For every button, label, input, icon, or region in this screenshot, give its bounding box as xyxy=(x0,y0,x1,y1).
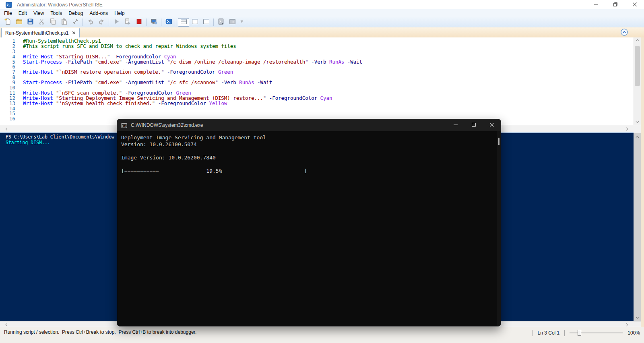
editor-line: 14 xyxy=(0,106,634,112)
menu-bar: FileEditViewToolsDebugAdd-onsHelp xyxy=(0,9,644,17)
cmd-close-button[interactable] xyxy=(483,119,501,131)
script-pane-maximized-button[interactable] xyxy=(200,18,212,27)
ise-titlebar[interactable]: Administrator: Windows PowerShell ISE xyxy=(0,0,644,9)
stop-operation-button[interactable] xyxy=(133,18,144,27)
cmd-maximize-button[interactable] xyxy=(464,119,483,131)
zoom-slider-thumb[interactable] xyxy=(578,330,581,336)
code-text xyxy=(15,116,23,122)
start-powershell-icon xyxy=(165,18,172,27)
script-pane-maximized-icon xyxy=(203,18,210,27)
clear-console-button[interactable] xyxy=(70,18,81,27)
scroll-left-icon[interactable] xyxy=(3,126,10,132)
toolbar-separator xyxy=(146,19,147,26)
scroll-down-icon[interactable] xyxy=(634,315,641,320)
open-script-button[interactable] xyxy=(13,18,25,27)
minimize-icon xyxy=(594,1,599,8)
tab-run-systemhealthcheck[interactable]: Run-SystemHealthCheck.ps1 xyxy=(1,28,80,37)
undo-icon xyxy=(87,18,94,27)
redo-button[interactable] xyxy=(96,18,107,27)
cmd-output[interactable]: Deployment Image Servicing and Managemen… xyxy=(117,131,501,174)
run-script-button[interactable] xyxy=(111,18,122,27)
cut-button[interactable] xyxy=(36,18,47,27)
run-selection-button[interactable] xyxy=(122,18,133,27)
menu-help[interactable]: Help xyxy=(111,10,128,17)
powershell-ise-icon xyxy=(6,2,12,8)
scroll-right-icon[interactable] xyxy=(624,126,630,132)
undo-button[interactable] xyxy=(85,18,96,27)
editor-line: 5Start-Process -FilePath "cmd.exe" -Argu… xyxy=(0,60,634,65)
copy-icon xyxy=(50,18,56,27)
window-edge-strip xyxy=(641,37,644,327)
menu-view[interactable]: View xyxy=(30,10,47,17)
toolbar-separator xyxy=(83,19,83,26)
script-pane-top-icon xyxy=(180,18,187,27)
script-pane-top-button[interactable] xyxy=(178,18,189,27)
restore-icon xyxy=(613,1,618,8)
zoom-slider[interactable] xyxy=(570,330,623,336)
toolbar-separator xyxy=(109,19,109,26)
scroll-up-icon[interactable] xyxy=(634,134,641,140)
scroll-right-icon[interactable] xyxy=(624,322,630,327)
cmd-output-line: Version: 10.0.26100.5074 xyxy=(121,141,495,148)
status-bar: Running script / selection. Press Ctrl+B… xyxy=(0,327,644,343)
cmd-output-line xyxy=(121,148,495,155)
menu-edit[interactable]: Edit xyxy=(15,10,30,17)
line-number: 16 xyxy=(0,116,15,122)
maximize-icon xyxy=(471,122,476,128)
cmd-window[interactable]: C:\_ C:\WINDOWS\system32\cmd.exe Deploym… xyxy=(117,119,501,326)
copy-button[interactable] xyxy=(47,18,58,27)
paste-icon xyxy=(61,18,68,27)
code-text: Start-Process -FilePath "cmd.exe" -Argum… xyxy=(15,80,272,85)
tab-close-icon[interactable] xyxy=(72,31,76,35)
code-text: Write-Host "'nSystem health check finish… xyxy=(15,101,227,106)
cursor-position: Ln 3 Col 1 xyxy=(538,330,560,336)
minimize-icon xyxy=(453,122,458,128)
zoom-level: 100% xyxy=(627,330,640,336)
cmd-scrollbar-thumb[interactable] xyxy=(498,138,500,145)
editor-line: 9Start-Process -FilePath "cmd.exe" -Argu… xyxy=(0,80,634,85)
menu-debug[interactable]: Debug xyxy=(65,10,86,17)
code-text xyxy=(15,75,23,80)
stop-operation-icon xyxy=(136,18,142,27)
save-button[interactable] xyxy=(25,18,36,27)
editor-line: 13Write-Host "'nSystem health check fini… xyxy=(0,101,634,106)
script-pane-right-button[interactable] xyxy=(189,18,200,27)
editor-vertical-scrollbar[interactable] xyxy=(634,37,641,125)
script-editor[interactable]: 1#Run-SystemHealthCheck.ps12#This script… xyxy=(0,37,634,125)
new-remote-powershell-tab-button[interactable] xyxy=(148,18,159,27)
new-powershell-tab-button[interactable] xyxy=(215,18,227,27)
editor-line: 2#This script runs SFC and DISM to check… xyxy=(0,44,634,49)
menu-tools[interactable]: Tools xyxy=(47,10,65,17)
start-powershell-button[interactable] xyxy=(163,18,174,27)
new-remote-powershell-tab-icon xyxy=(151,18,157,27)
paste-button[interactable] xyxy=(58,18,70,27)
menu-file[interactable]: File xyxy=(1,10,15,17)
cmd-scrollbar[interactable] xyxy=(497,131,501,326)
cmd-minimize-button[interactable] xyxy=(446,119,464,131)
show-command-window-button[interactable] xyxy=(227,18,238,27)
redo-icon xyxy=(98,18,105,27)
menu-addons[interactable]: Add-ons xyxy=(86,10,111,17)
code-text xyxy=(15,49,23,54)
toolbar-overflow-button[interactable] xyxy=(239,18,244,27)
console-vertical-scrollbar[interactable] xyxy=(634,133,641,321)
restore-button[interactable] xyxy=(613,2,618,8)
minimize-button[interactable] xyxy=(593,2,599,8)
toolbar-separator xyxy=(213,19,214,26)
editor-line: 7Write-Host "`nDISM restore operation co… xyxy=(0,70,634,75)
code-text: Start-Process -FilePath "cmd.exe" -Argum… xyxy=(15,60,362,65)
window-controls xyxy=(593,2,638,8)
close-button[interactable] xyxy=(632,2,638,8)
scroll-up-icon[interactable] xyxy=(634,37,641,43)
new-script-button[interactable] xyxy=(2,18,13,27)
scroll-down-icon[interactable] xyxy=(634,119,641,125)
close-icon xyxy=(489,122,494,128)
cmd-window-controls xyxy=(446,119,501,131)
editor-scrollbar-thumb[interactable] xyxy=(635,46,640,86)
scroll-left-icon[interactable] xyxy=(3,322,10,327)
cmd-titlebar[interactable]: C:\_ C:\WINDOWS\system32\cmd.exe xyxy=(117,119,501,131)
cmd-window-title: C:\WINDOWS\system32\cmd.exe xyxy=(131,122,203,128)
status-separator xyxy=(533,330,533,336)
collapse-script-pane-button[interactable] xyxy=(621,29,628,36)
toolbar-separator xyxy=(176,19,176,26)
